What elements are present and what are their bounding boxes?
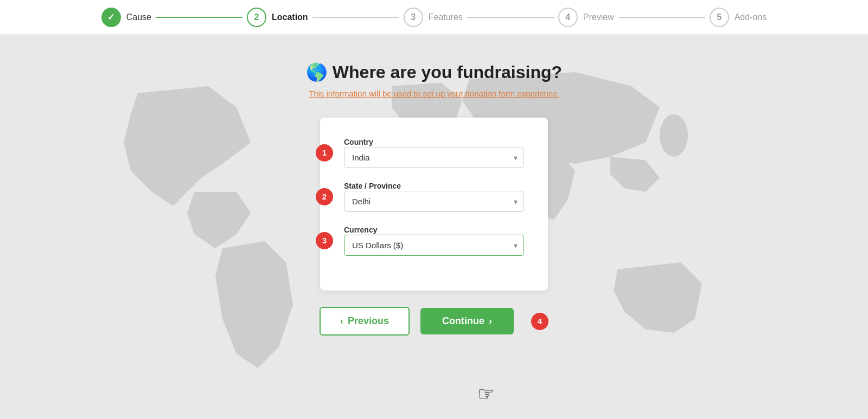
button-row: ‹ Previous Continue › 4 [320, 307, 548, 336]
step-label-addons: Add-ons [735, 12, 767, 22]
continue-label: Continue [442, 315, 484, 327]
step-circle-location: 2 [247, 8, 266, 27]
step-line-1 [156, 17, 242, 18]
step-features: 3 Features [404, 8, 463, 27]
currency-field-group: 3 Currency US Dollars ($) ▾ [344, 225, 524, 256]
step-preview: 4 Preview [558, 8, 614, 27]
step-label-cause: Cause [126, 12, 151, 22]
stepper: ✓ Cause 2 Location 3 Features 4 Preview … [0, 0, 868, 35]
location-card: 1 Country India ▾ 2 State / Province Del… [320, 118, 548, 291]
step-addons: 5 Add-ons [710, 8, 767, 27]
step-circle-features: 3 [404, 8, 423, 27]
step-label-preview: Preview [583, 12, 614, 22]
currency-select-wrapper: US Dollars ($) ▾ [344, 235, 524, 256]
badge-1: 1 [316, 144, 333, 162]
previous-chevron-icon: ‹ [340, 315, 343, 327]
country-select[interactable]: India [344, 147, 524, 168]
step-label-location: Location [272, 12, 308, 22]
step-circle-preview: 4 [558, 8, 578, 27]
previous-button[interactable]: ‹ Previous [320, 307, 410, 336]
step-cause: ✓ Cause [101, 8, 151, 27]
step-line-3 [467, 17, 554, 18]
main-content: 🌎 Where are you fundraising? This inform… [0, 35, 868, 419]
page-title: 🌎 Where are you fundraising? [306, 62, 562, 82]
step-line-2 [312, 17, 399, 18]
country-field-group: 1 Country India ▾ [344, 137, 524, 168]
currency-select[interactable]: US Dollars ($) [344, 235, 524, 256]
step-circle-addons: 5 [710, 8, 729, 27]
state-label: State / Province [344, 182, 401, 190]
state-field-group: 2 State / Province Delhi ▾ [344, 181, 524, 212]
country-label: Country [344, 138, 373, 146]
continue-button[interactable]: Continue › [420, 308, 514, 334]
step-line-4 [618, 17, 705, 18]
previous-label: Previous [348, 315, 389, 327]
cursor-icon: ☞ [477, 384, 495, 404]
continue-chevron-icon: › [489, 315, 492, 327]
currency-label: Currency [344, 225, 377, 234]
step-location: 2 Location [247, 8, 308, 27]
state-select[interactable]: Delhi [344, 191, 524, 212]
step-label-features: Features [429, 12, 463, 22]
badge-2: 2 [316, 188, 333, 205]
state-select-wrapper: Delhi ▾ [344, 191, 524, 212]
badge-3: 3 [316, 232, 333, 249]
country-select-wrapper: India ▾ [344, 147, 524, 168]
step-circle-cause: ✓ [101, 8, 121, 27]
badge-4: 4 [531, 313, 548, 330]
page-subtitle: This information will be used to set up … [309, 89, 559, 98]
